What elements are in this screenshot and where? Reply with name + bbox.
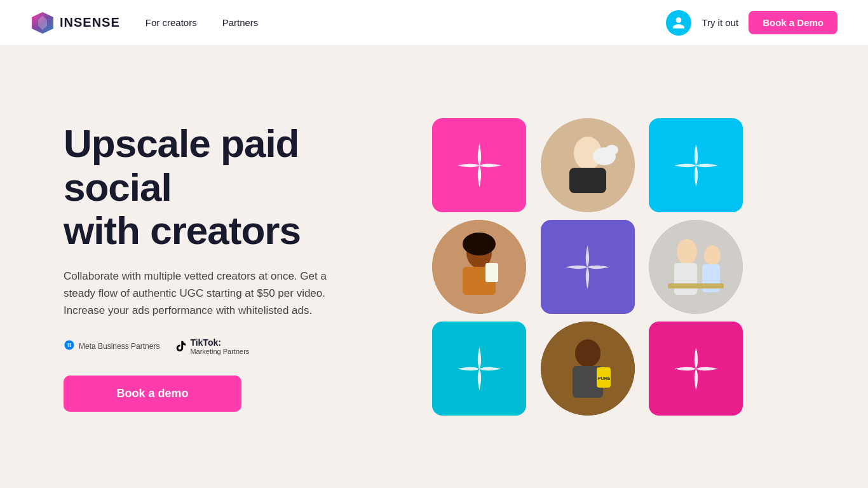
- hero-section: Upscale paid social with creators Collab…: [0, 46, 868, 488]
- tiktok-logo: [175, 340, 187, 353]
- svg-rect-17: [668, 283, 724, 288]
- grid-cell-purple-1: [541, 220, 635, 314]
- nav-partners[interactable]: Partners: [222, 17, 259, 28]
- creator-photo-2: [432, 220, 526, 314]
- nav-for-creators[interactable]: For creators: [146, 17, 197, 28]
- hero-subtitle: Collaborate with multiple vetted creator…: [64, 268, 356, 320]
- hero-title-line2: with creators: [64, 208, 301, 252]
- svg-point-6: [606, 145, 618, 155]
- meta-logo: [64, 339, 75, 353]
- svg-point-15: [704, 245, 721, 266]
- grid-cell-cyan-2: [432, 322, 526, 416]
- sparkle-icon-1: [456, 142, 503, 189]
- tiktok-text: TikTok: Marketing Partners: [190, 337, 249, 355]
- grid-cell-cyan-1: [649, 118, 743, 212]
- logo-text: INSENSE: [60, 15, 120, 30]
- grid-cell-photo-fitness: PURE: [541, 322, 635, 416]
- meta-icon: [64, 339, 75, 351]
- navbar-right: Try it out Book a Demo: [666, 10, 837, 36]
- login-icon[interactable]: [666, 10, 691, 36]
- grid-cell-magenta-1: [649, 322, 743, 416]
- hero-grid: PURE: [432, 118, 750, 416]
- hero-title: Upscale paid social with creators: [64, 122, 394, 252]
- grid-cell-pink-1: [432, 118, 526, 212]
- grid-cell-photo-family: [649, 220, 743, 314]
- svg-point-9: [463, 233, 496, 255]
- hero-title-line1: Upscale paid social: [64, 121, 299, 208]
- svg-text:PURE: PURE: [598, 376, 611, 381]
- sparkle-icon-5: [672, 345, 720, 393]
- sparkle-icon-3: [564, 243, 611, 291]
- svg-point-19: [575, 339, 600, 367]
- creator-photo-4: PURE: [541, 322, 635, 416]
- meta-text: Meta Business Partners: [79, 342, 159, 351]
- navbar: INSENSE For creators Partners Try it out…: [0, 0, 868, 46]
- sparkle-icon-2: [672, 142, 720, 189]
- svg-point-13: [677, 239, 697, 264]
- creator-photo-3: [649, 220, 743, 314]
- partners-row: Meta Business Partners TikTok: Marketing…: [64, 337, 394, 355]
- tiktok-badge: TikTok: Marketing Partners: [175, 337, 249, 355]
- grid-cell-photo-product: [432, 220, 526, 314]
- signin-icon: [672, 16, 686, 30]
- svg-rect-11: [485, 263, 498, 282]
- hero-content: Upscale paid social with creators Collab…: [64, 122, 394, 411]
- book-demo-nav-button[interactable]: Book a Demo: [749, 11, 837, 34]
- svg-rect-14: [674, 263, 697, 295]
- logo-icon: [31, 11, 55, 35]
- navbar-left: INSENSE For creators Partners: [31, 11, 258, 35]
- book-demo-hero-button[interactable]: Book a demo: [64, 376, 241, 412]
- creator-photo-1: [541, 118, 635, 212]
- logo[interactable]: INSENSE: [31, 11, 120, 35]
- tiktok-main: TikTok:: [190, 337, 221, 348]
- meta-badge: Meta Business Partners: [64, 339, 159, 353]
- try-it-out-link[interactable]: Try it out: [702, 17, 738, 28]
- tiktok-sub: Marketing Partners: [190, 348, 249, 355]
- svg-rect-4: [569, 168, 606, 193]
- grid-cell-photo-dog: [541, 118, 635, 212]
- sparkle-icon-4: [456, 345, 503, 393]
